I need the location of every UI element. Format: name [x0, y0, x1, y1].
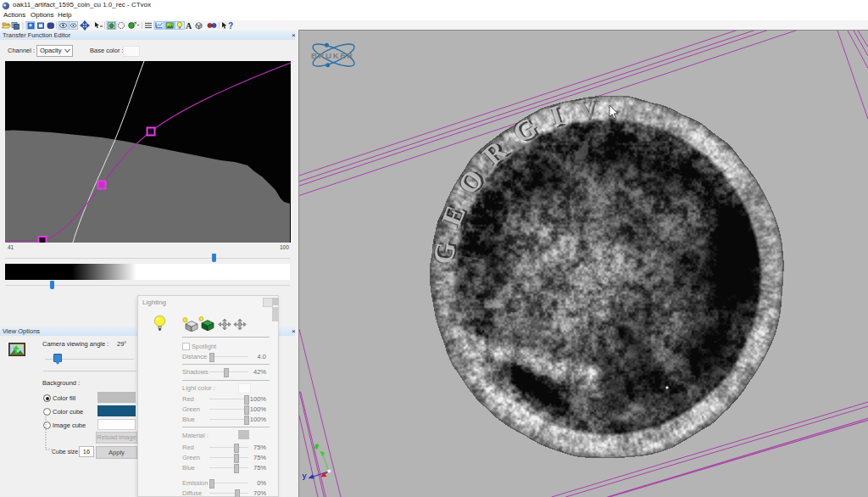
svg-text:?: ? — [228, 21, 233, 31]
svg-text:y: y — [303, 471, 308, 480]
svg-text:A: A — [186, 21, 192, 31]
